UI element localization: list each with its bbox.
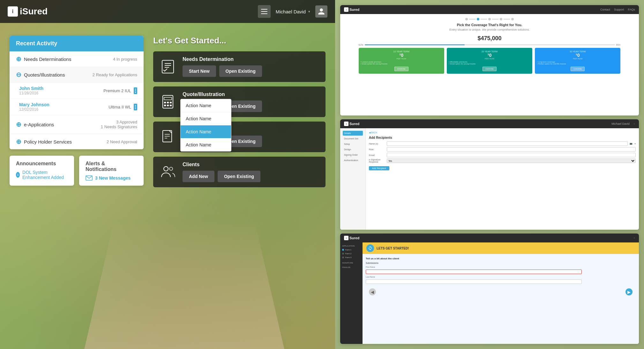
context-menu-item-1[interactable]: Action Name [181, 99, 231, 112]
coverage-price: $475,000 [477, 35, 501, 42]
eapp-first-name-input[interactable] [366, 270, 582, 274]
hamburger-button[interactable] [258, 5, 271, 18]
screenshot-nav-right-2: Michael David ≡ [611, 122, 635, 125]
needs-det-start-new[interactable]: Start New [183, 65, 216, 77]
user-avatar[interactable] [315, 5, 327, 18]
calculator-icon [160, 94, 176, 109]
context-menu-item-2[interactable]: Action Name [181, 112, 231, 125]
form-input-email[interactable] [387, 153, 636, 157]
sidebar-form2-text: Form 2 [345, 253, 351, 255]
price-slider[interactable]: $25k $5m [359, 44, 621, 46]
sidebar-section-sig: SIGNATURE [342, 262, 361, 264]
clients-add-new[interactable]: Add New [183, 171, 214, 182]
progress-line [481, 19, 487, 19]
screenshot-navbar-2: i Sured Michael David ≡ [340, 119, 639, 128]
dot [135, 92, 136, 93]
recent-activity-title: Recent Activity [16, 40, 137, 47]
form-label-esig: e-Signature Required: [369, 159, 385, 163]
announcement-item[interactable]: i DOL System Enhancement Added [16, 170, 68, 180]
alerts-title: Alerts & Notifications [86, 161, 137, 172]
sidebar-doc-set[interactable]: Document Set [343, 136, 363, 141]
add-recipient-btn[interactable]: Add Recipient [369, 166, 389, 170]
dot [135, 107, 136, 108]
user-menu[interactable]: Michael David ▾ [276, 9, 310, 14]
add-recipients-title: Add Recipients [369, 136, 636, 139]
dots-menu-mary[interactable] [134, 104, 137, 110]
plan-features-1: • Lowest yearly premium• Great option fo… [361, 61, 442, 65]
clients-buttons: Add New Open Existing [183, 171, 319, 182]
policy-holder-item[interactable]: ⊕ Policy Holder Services 2 Need Approval [10, 134, 144, 149]
dot [135, 108, 136, 109]
camera-icon: 📷 [630, 142, 633, 145]
screenshot-eapp-content: APPLICATION Form 1 Form 2 [340, 242, 639, 344]
needs-det-open-existing[interactable]: Open Existing [219, 65, 262, 77]
activity-left: ⊕ Policy Holder Services [16, 138, 72, 145]
user-icon [318, 8, 325, 15]
plan-card-30yr: 30 YEAR TERM ¹0 PER YEAR • Long-term cov… [535, 48, 620, 74]
prev-step-btn[interactable]: ◀ [369, 288, 376, 295]
progress-dot [500, 18, 502, 20]
quotes-illustrations-item[interactable]: ⊖ Quotes/Illustrations 2 Ready for Appli… [10, 67, 144, 83]
mary-johnson-link[interactable]: Mary Johnson [19, 102, 49, 107]
sidebar-form3[interactable]: Form 3 [342, 256, 361, 259]
hamburger-icon-3[interactable]: ≡ [633, 236, 635, 240]
plan-price-3: ¹0 [537, 53, 618, 58]
choose-plan-3-btn[interactable]: CHOOSE [571, 67, 585, 71]
e-applications-item[interactable]: ⊕ e-Applications 3 Approved 1 Needs Sign… [10, 115, 144, 134]
dot [135, 90, 136, 91]
hamburger-icon-2[interactable]: ≡ [633, 122, 635, 125]
alerts-card: Alerts & Notifications 3 New Messages [79, 156, 144, 186]
clients-icon-area [160, 164, 176, 180]
nav-support[interactable]: Support [614, 8, 624, 11]
sidebar-form3-text: Form 3 [345, 256, 351, 258]
eapp-last-name-label: Last Name [366, 276, 636, 278]
form-input-name[interactable] [387, 141, 628, 146]
sidebar-signing[interactable]: Signing Order [343, 152, 363, 157]
sidebar-auth[interactable]: Authentication [343, 158, 363, 163]
eapp-last-name-input[interactable] [366, 279, 582, 284]
quote-icon-area [160, 93, 176, 110]
choose-plan-1-btn[interactable]: CHOOSE [394, 67, 408, 71]
form-label-name: Name (s) [369, 143, 385, 145]
announcements-card: Announcements i DOL System Enhancement A… [10, 156, 74, 186]
recent-activity-card: Recent Activity ⊕ Needs Determinations 4… [10, 36, 144, 149]
alert-item[interactable]: 3 New Messages [86, 175, 137, 181]
needs-determinations-item[interactable]: ⊕ Needs Determinations 4 In progress [10, 51, 144, 67]
plus-icon: ⊕ [16, 121, 21, 128]
right-column: Let's Get Started... Needs Determination [153, 36, 326, 336]
plan-features-3: • Long-term coverage• Perfect option for… [537, 61, 618, 65]
screenshot-logo-icon-1: i [344, 7, 348, 12]
progress-line [469, 19, 476, 19]
sidebar-details[interactable]: Details [343, 131, 363, 136]
choose-plan-2-btn[interactable]: CHOOSE [483, 67, 497, 71]
form-select-esig[interactable]: Yes No [387, 159, 636, 163]
context-menu-item-4[interactable]: Action Name [181, 138, 231, 151]
nav-contact[interactable]: Contact [600, 8, 610, 11]
app-name: iSured [20, 6, 48, 17]
clients-card-title: Clients [183, 162, 319, 167]
back-btn[interactable]: ◀ BACK [369, 131, 636, 134]
form-input-role[interactable] [387, 147, 636, 152]
eapp-form-title: Tell us a bit about the client [366, 257, 636, 260]
sidebar-design[interactable]: Design [343, 147, 363, 152]
svg-rect-1 [162, 60, 174, 73]
eapp-banner: LETS GET STARTED! [363, 242, 639, 254]
john-smith-link[interactable]: John Smith [19, 86, 43, 91]
navbar-right: Michael David ▾ [258, 5, 327, 18]
john-detail: Premium 2 IUL [103, 88, 131, 93]
screenshot-eapp-inner: i Sured ≡ APPLICATION Form 1 [340, 234, 639, 344]
activity-left: ⊕ Needs Determinations [16, 56, 71, 62]
clients-open-existing[interactable]: Open Existing [218, 171, 260, 182]
context-menu-item-3[interactable]: Action Name [181, 125, 231, 138]
sidebar-form1[interactable]: Form 1 [342, 248, 361, 252]
dots-menu-john[interactable] [134, 87, 137, 94]
svg-rect-6 [164, 97, 172, 100]
sidebar-form2[interactable]: Form 2 [342, 252, 361, 256]
nav-faqs[interactable]: FAQs [628, 8, 635, 11]
screenshot-coverage-inner: i Sured Contact Support FAQs [340, 5, 639, 115]
next-step-btn[interactable]: ▶ [625, 288, 633, 295]
progress-bar [465, 18, 514, 20]
eapps-gs-card: e-Applications Start New Open Existing [153, 122, 326, 152]
plus-icon: ⊕ [16, 56, 21, 62]
sidebar-setup[interactable]: Setup [343, 142, 363, 146]
